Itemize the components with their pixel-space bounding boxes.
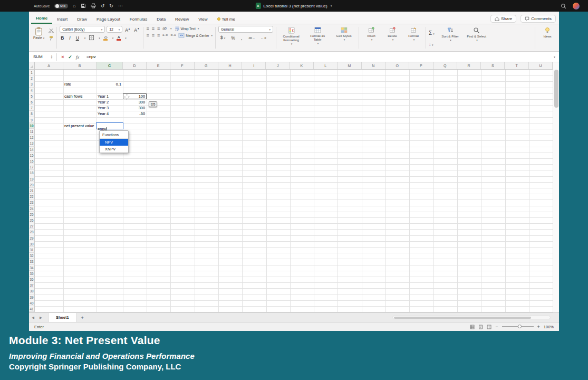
row-header-21[interactable]: 21 [29, 188, 35, 194]
row-header-13[interactable]: 13 [29, 140, 35, 146]
row-header-36[interactable]: 36 [29, 277, 35, 282]
font-color-button[interactable]: A [117, 35, 121, 41]
tab-insert[interactable]: Insert [52, 15, 72, 24]
column-header-B[interactable]: B [63, 62, 97, 69]
row-header-25[interactable]: 25 [29, 212, 35, 217]
title-chevron-icon[interactable]: ▼ [330, 4, 333, 7]
font-name-select[interactable]: Calibri (Body)▾ [60, 26, 105, 33]
zoom-slider-knob[interactable] [518, 325, 522, 328]
currency-button[interactable]: $▾ [219, 34, 226, 41]
column-header-L[interactable]: L [314, 62, 338, 69]
tab-data[interactable]: Data [152, 15, 170, 24]
zoom-slider[interactable] [502, 326, 534, 327]
paste-button[interactable]: Paste▾ [31, 26, 46, 41]
share-button[interactable]: Share [490, 15, 516, 23]
zoom-out-button[interactable]: − [495, 324, 498, 329]
decrease-indent-button[interactable]: ⇤≡ [162, 33, 168, 38]
italic-button[interactable]: I [68, 35, 71, 41]
select-all-corner[interactable] [29, 62, 35, 69]
row-header-8[interactable]: 8 [29, 111, 35, 117]
row-header-26[interactable]: 26 [29, 217, 35, 223]
row-header-30[interactable]: 30 [29, 241, 35, 247]
confirm-button[interactable]: ✓ [66, 54, 74, 60]
row-header-22[interactable]: 22 [29, 194, 35, 200]
row-header-24[interactable]: 24 [29, 206, 35, 212]
merge-center-button[interactable]: Merge & Center▾ [178, 33, 213, 38]
align-middle-button[interactable]: ≡ [152, 26, 155, 31]
insert-function-button[interactable]: fx [74, 54, 81, 60]
column-header-Q[interactable]: Q [433, 62, 457, 69]
decrease-decimal-button[interactable]: ←.0 [259, 35, 267, 41]
align-right-button[interactable]: ≡ [157, 33, 160, 38]
horizontal-scrollbar-thumb[interactable] [394, 317, 531, 319]
tab-page-layout[interactable]: Page Layout [92, 15, 125, 24]
column-header-T[interactable]: T [505, 62, 529, 69]
row-header-39[interactable]: 39 [29, 294, 35, 300]
name-box-stepper[interactable]: ▲▼ [51, 55, 53, 59]
increase-decimal-button[interactable]: .00→ [247, 35, 256, 41]
decrease-font-button[interactable]: A▼ [133, 26, 140, 33]
sheet-tab-sheet1[interactable]: Sheet1 [48, 313, 77, 322]
comments-button[interactable]: Comments [520, 15, 556, 23]
sheet-nav-left-icon[interactable]: ◀ [29, 316, 37, 320]
tab-formulas[interactable]: Formulas [125, 15, 152, 24]
vertical-scrollbar-thumb[interactable] [554, 70, 558, 108]
row-header-40[interactable]: 40 [29, 300, 35, 306]
column-header-N[interactable]: N [362, 62, 385, 69]
row-header-33[interactable]: 33 [29, 259, 35, 264]
active-cell-editor[interactable]: =npv [96, 122, 123, 129]
column-header-H[interactable]: H [218, 62, 242, 69]
bold-button[interactable]: B [60, 35, 65, 41]
borders-button[interactable] [89, 35, 94, 41]
column-header-E[interactable]: E [147, 62, 170, 69]
align-top-button[interactable]: ≡ [146, 26, 149, 31]
row-header-38[interactable]: 38 [29, 288, 35, 294]
row-header-20[interactable]: 20 [29, 182, 35, 188]
sheet-nav-right-icon[interactable]: ▶ [37, 316, 45, 320]
format-cells-button[interactable]: Format▾ [404, 26, 423, 41]
add-sheet-button[interactable]: + [77, 315, 88, 320]
row-header-10[interactable]: 10 [29, 123, 35, 129]
cut-button[interactable] [49, 28, 54, 33]
tab-draw[interactable]: Draw [72, 15, 92, 24]
cell-B10[interactable]: net present value [63, 123, 96, 129]
find-select-button[interactable]: Find & Select▾ [465, 26, 489, 42]
row-header-35[interactable]: 35 [29, 271, 35, 277]
row-header-7[interactable]: 7 [29, 105, 35, 111]
format-as-table-button[interactable]: Format as Table▾ [305, 26, 330, 45]
insert-cells-button[interactable]: Insert▾ [362, 26, 381, 41]
save-icon[interactable] [81, 3, 86, 8]
row-header-9[interactable]: 9 [29, 117, 35, 123]
normal-view-icon[interactable] [470, 325, 475, 329]
home-icon[interactable]: ⌂ [73, 4, 75, 8]
row-header-17[interactable]: 17 [29, 164, 35, 170]
comma-style-button[interactable]: , [240, 35, 243, 41]
column-header-R[interactable]: R [457, 62, 481, 69]
column-header-I[interactable]: I [242, 62, 266, 69]
align-center-button[interactable]: ≡ [152, 33, 155, 38]
page-layout-view-icon[interactable] [478, 325, 483, 329]
wrap-text-button[interactable]: Wrap Text▾ [175, 26, 199, 31]
cell-C5[interactable]: Year 1 [97, 93, 122, 99]
align-left-button[interactable]: ≡ [146, 33, 149, 38]
orientation-button[interactable]: ab [162, 26, 167, 31]
cancel-button[interactable]: × [59, 54, 66, 60]
row-header-12[interactable]: 12 [29, 135, 35, 140]
delete-cells-button[interactable]: Delete▾ [383, 26, 402, 41]
sort-filter-button[interactable]: Sort & Filter▾ [438, 26, 462, 42]
redo-icon[interactable]: ↻ [109, 4, 113, 8]
column-header-K[interactable]: K [290, 62, 314, 69]
tab-home[interactable]: Home [31, 14, 52, 24]
cell-D8[interactable]: -50 [123, 111, 146, 117]
row-header-19[interactable]: 19 [29, 176, 35, 182]
tab-view[interactable]: View [194, 15, 212, 24]
cell-D6[interactable]: 300 [123, 99, 146, 105]
tab-review[interactable]: Review [170, 15, 194, 24]
underline-button[interactable]: U [75, 35, 80, 41]
row-header-14[interactable]: 14 [29, 147, 35, 153]
number-format-select[interactable]: General▾ [218, 26, 273, 33]
tab-tell-me[interactable]: Tell me [213, 15, 240, 24]
cell-C7[interactable]: Year 3 [97, 105, 122, 111]
column-header-M[interactable]: M [338, 62, 361, 69]
row-header-2[interactable]: 2 [29, 75, 35, 81]
